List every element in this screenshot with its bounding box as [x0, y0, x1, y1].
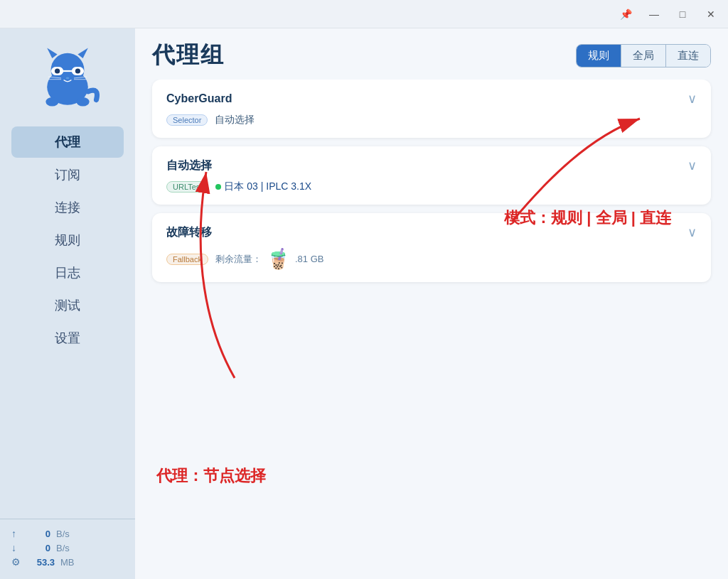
card-header-failover: 故障转移 ∨ — [166, 224, 697, 240]
memory-value: 53.3 — [26, 557, 55, 568]
download-icon: ↓ — [11, 542, 16, 553]
svg-marker-3 — [77, 48, 87, 58]
failover-title: 故障转移 — [166, 225, 212, 240]
download-stat: ↓ 0 B/s — [11, 542, 124, 553]
dot-green-icon — [215, 184, 221, 190]
upload-value: 0 — [22, 529, 50, 539]
sidebar-item-proxy[interactable]: 代理 — [11, 126, 124, 158]
memory-icon: ⚙ — [11, 556, 21, 568]
memory-unit: MB — [60, 557, 75, 568]
mode-direct-button[interactable]: 直连 — [666, 45, 710, 67]
upload-unit: B/s — [56, 529, 70, 539]
mode-global-button[interactable]: 全局 — [621, 45, 666, 67]
sidebar-footer: ↑ 0 B/s ↓ 0 B/s ⚙ 53.3 MB — [0, 519, 135, 579]
upload-stat: ↑ 0 B/s — [11, 528, 124, 539]
page-title: 代理组 — [152, 40, 225, 71]
sidebar-item-test[interactable]: 测试 — [11, 290, 124, 321]
proxy-group-failover[interactable]: 故障转移 ∨ Fallback 剩余流量： 🧋 .81 GB — [152, 213, 711, 282]
svg-point-14 — [46, 97, 58, 107]
cyberguard-chevron[interactable]: ∨ — [687, 91, 697, 107]
svg-point-7 — [55, 68, 60, 73]
download-value: 0 — [22, 543, 50, 553]
sidebar-item-rules[interactable]: 规则 — [11, 224, 124, 256]
sidebar-item-logs[interactable]: 日志 — [11, 257, 124, 288]
proxy-group-autoselect[interactable]: 自动选择 ∨ URLTest 日本 03 | IPLC 3.1X — [152, 146, 711, 205]
app-body: 代理 订阅 连接 规则 日志 测试 设置 ↑ 0 — [0, 28, 728, 579]
autoselect-title: 自动选择 — [166, 158, 212, 173]
sidebar-item-connection[interactable]: 连接 — [11, 192, 124, 223]
failover-chevron[interactable]: ∨ — [687, 224, 697, 240]
maximize-button[interactable]: □ — [674, 6, 691, 23]
svg-marker-2 — [47, 48, 57, 58]
memory-stat: ⚙ 53.3 MB — [11, 556, 124, 568]
close-button[interactable]: ✕ — [702, 6, 719, 23]
pin-button[interactable]: 📌 — [617, 6, 634, 23]
annotation-proxy: 代理：节点选择 — [156, 465, 266, 487]
proxy-group-cyberguard[interactable]: CyberGuard ∨ Selector 自动选择 — [152, 80, 711, 138]
card-header-autoselect: 自动选择 ∨ — [166, 158, 697, 173]
boba-icon: 🧋 — [266, 247, 291, 271]
svg-point-8 — [75, 68, 80, 73]
sidebar-item-settings[interactable]: 设置 — [11, 323, 124, 354]
cyberguard-info-row: Selector 自动选择 — [166, 114, 697, 126]
content-header: 代理组 规则 全局 直连 — [135, 28, 728, 80]
autoselect-badge: URLTest — [166, 181, 208, 193]
cyberguard-subtitle: 自动选择 — [215, 114, 255, 126]
autoselect-subtitle: 日本 03 | IPLC 3.1X — [224, 180, 311, 193]
download-unit: B/s — [56, 543, 70, 553]
logo-area — [0, 28, 135, 121]
card-header-cyberguard: CyberGuard ∨ — [166, 91, 697, 107]
failover-info-row: Fallback 剩余流量： 🧋 .81 GB — [166, 247, 697, 271]
failover-badge: Fallback — [166, 254, 208, 265]
failover-traffic: 剩余流量： 🧋 .81 GB — [215, 247, 323, 271]
autoselect-chevron[interactable]: ∨ — [687, 158, 697, 173]
minimize-button[interactable]: — — [646, 6, 663, 23]
cyberguard-badge: Selector — [166, 114, 208, 126]
autoselect-info-row: URLTest 日本 03 | IPLC 3.1X — [166, 180, 697, 193]
content-area: CyberGuard ∨ Selector 自动选择 自动选择 ∨ URLTes… — [135, 80, 728, 579]
cyberguard-title: CyberGuard — [166, 92, 232, 105]
title-bar: 📌 — □ ✕ — [0, 0, 728, 28]
upload-icon: ↑ — [11, 528, 16, 539]
mode-rules-button[interactable]: 规则 — [577, 45, 621, 67]
svg-point-15 — [77, 97, 90, 107]
sidebar-item-subscription[interactable]: 订阅 — [11, 159, 124, 190]
nav-items: 代理 订阅 连接 规则 日志 测试 设置 — [0, 121, 135, 519]
sidebar: 代理 订阅 连接 规则 日志 测试 设置 ↑ 0 — [0, 28, 135, 579]
cat-logo — [36, 45, 100, 109]
main-content: 代理组 规则 全局 直连 CyberGuard ∨ Selector 自动选择 — [135, 28, 728, 579]
svg-point-9 — [66, 77, 70, 80]
mode-buttons: 规则 全局 直连 — [576, 44, 711, 67]
